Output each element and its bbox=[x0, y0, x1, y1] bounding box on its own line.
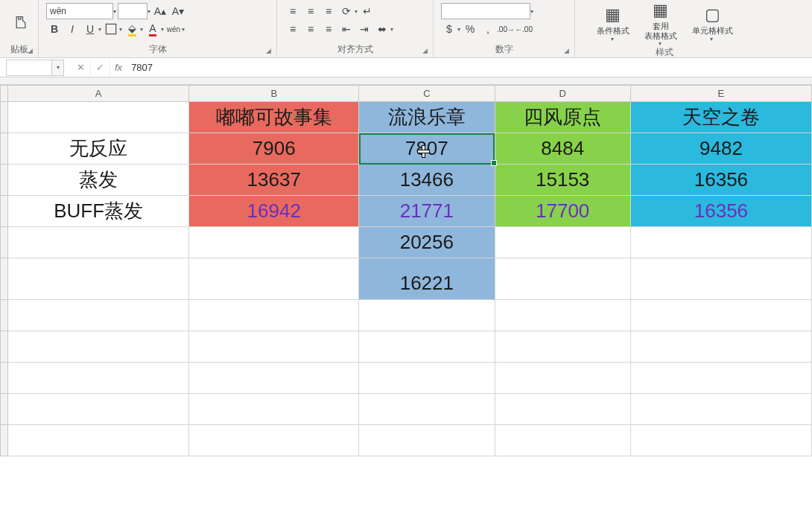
paste-button[interactable] bbox=[7, 4, 34, 41]
accounting-format-button[interactable]: $ bbox=[441, 21, 457, 37]
number-format-select[interactable] bbox=[441, 3, 530, 19]
cell[interactable] bbox=[630, 300, 811, 331]
decrease-font-button[interactable]: A▾ bbox=[170, 3, 186, 19]
font-color-button[interactable]: A bbox=[145, 21, 161, 37]
cell[interactable] bbox=[630, 425, 811, 456]
row-header[interactable] bbox=[1, 133, 8, 165]
row-header[interactable] bbox=[1, 425, 8, 456]
wrap-text-button[interactable]: ↵ bbox=[359, 3, 375, 19]
align-center-button[interactable]: ≡ bbox=[302, 21, 319, 37]
cell[interactable] bbox=[8, 363, 189, 394]
expand-icon[interactable]: ◢ bbox=[564, 47, 573, 56]
row-header[interactable] bbox=[1, 331, 8, 363]
cell[interactable]: 21771 bbox=[359, 196, 495, 227]
cell[interactable] bbox=[189, 363, 359, 394]
underline-button[interactable]: U bbox=[82, 21, 98, 37]
col-header-D[interactable]: D bbox=[495, 86, 630, 102]
font-size-input[interactable] bbox=[118, 3, 148, 19]
col-header-E[interactable]: E bbox=[630, 86, 811, 102]
chevron-down-icon[interactable]: ▾ bbox=[390, 26, 393, 33]
chevron-down-icon[interactable]: ▾ bbox=[119, 26, 122, 33]
cell[interactable]: 13466 bbox=[359, 165, 495, 196]
row-header[interactable] bbox=[1, 102, 8, 133]
select-all-corner[interactable] bbox=[1, 86, 8, 102]
cell[interactable] bbox=[359, 331, 495, 363]
cell[interactable] bbox=[630, 331, 811, 363]
name-box[interactable] bbox=[6, 60, 52, 76]
align-middle-button[interactable]: ≡ bbox=[302, 3, 319, 19]
cell[interactable] bbox=[495, 363, 630, 394]
cell[interactable]: BUFF蒸发 bbox=[8, 196, 189, 227]
comma-button[interactable]: , bbox=[480, 21, 496, 37]
cell[interactable] bbox=[359, 300, 495, 331]
conditional-format-button[interactable]: ▦ 条件格式 ▾ bbox=[591, 3, 635, 45]
cell[interactable] bbox=[359, 394, 495, 425]
cell[interactable]: 13637 bbox=[189, 165, 359, 196]
cell[interactable] bbox=[8, 394, 189, 425]
expand-icon[interactable]: ◢ bbox=[28, 47, 37, 56]
cell[interactable] bbox=[359, 363, 495, 394]
increase-indent-button[interactable]: ⇥ bbox=[356, 21, 372, 37]
cell[interactable]: 流浪乐章 bbox=[359, 102, 495, 133]
increase-decimal-button[interactable]: .00→ bbox=[498, 21, 514, 37]
row-header[interactable] bbox=[1, 300, 8, 331]
cell[interactable] bbox=[189, 425, 359, 456]
align-top-button[interactable]: ≡ bbox=[285, 3, 301, 19]
orientation-button[interactable]: ⟳ bbox=[338, 3, 355, 19]
cell[interactable] bbox=[495, 227, 630, 258]
cell[interactable] bbox=[8, 331, 189, 363]
chevron-down-icon[interactable]: ▾ bbox=[161, 26, 164, 33]
cell[interactable] bbox=[630, 394, 811, 425]
cell[interactable]: 8484 bbox=[495, 133, 630, 165]
chevron-down-icon[interactable]: ▾ bbox=[355, 8, 358, 15]
cell[interactable]: 蒸发 bbox=[8, 165, 189, 196]
cancel-button[interactable]: ✕ bbox=[72, 60, 91, 76]
cell[interactable]: 9482 bbox=[630, 133, 811, 165]
decrease-indent-button[interactable]: ⇤ bbox=[338, 21, 355, 37]
chevron-down-icon[interactable]: ▾ bbox=[113, 8, 116, 15]
col-header-A[interactable]: A bbox=[8, 86, 189, 102]
cell[interactable] bbox=[8, 227, 189, 258]
cell[interactable]: 17700 bbox=[495, 196, 630, 227]
cell[interactable] bbox=[189, 394, 359, 425]
cell[interactable] bbox=[630, 227, 811, 258]
col-header-B[interactable]: B bbox=[189, 86, 359, 102]
cell[interactable] bbox=[495, 300, 630, 331]
cell[interactable] bbox=[8, 425, 189, 456]
cell[interactable] bbox=[495, 394, 630, 425]
row-header[interactable] bbox=[1, 394, 8, 425]
fill-color-button[interactable]: ⬙ bbox=[124, 21, 140, 37]
name-box-dropdown[interactable]: ▾ bbox=[52, 60, 64, 76]
cell[interactable] bbox=[495, 331, 630, 363]
row-header[interactable] bbox=[1, 258, 8, 300]
cell[interactable]: 无反应 bbox=[8, 133, 189, 165]
expand-icon[interactable]: ◢ bbox=[422, 47, 431, 56]
row-header[interactable] bbox=[1, 196, 8, 227]
cell[interactable]: 四风原点 bbox=[495, 102, 630, 133]
increase-font-button[interactable]: A▴ bbox=[152, 3, 168, 19]
cell[interactable] bbox=[189, 300, 359, 331]
cell[interactable] bbox=[8, 258, 189, 300]
cell-selected[interactable]: 7807 bbox=[359, 133, 495, 165]
cell[interactable]: 嘟嘟可故事集 bbox=[189, 102, 359, 133]
merge-button[interactable]: ⬌ bbox=[374, 21, 390, 37]
cell[interactable]: 20256 bbox=[359, 227, 495, 258]
chevron-down-icon[interactable]: ▾ bbox=[98, 26, 101, 33]
align-left-button[interactable]: ≡ bbox=[285, 21, 301, 37]
row-header[interactable] bbox=[1, 363, 8, 394]
cell[interactable] bbox=[189, 227, 359, 258]
cell[interactable] bbox=[495, 425, 630, 456]
align-bottom-button[interactable]: ≡ bbox=[320, 3, 337, 19]
chevron-down-icon[interactable]: ▾ bbox=[530, 8, 533, 15]
cell-styles-button[interactable]: ▢ 单元格样式 ▾ bbox=[687, 3, 738, 45]
cell[interactable] bbox=[630, 258, 811, 300]
cell[interactable] bbox=[630, 363, 811, 394]
row-header[interactable] bbox=[1, 165, 8, 196]
cell[interactable]: 16221 bbox=[359, 258, 495, 300]
fx-icon[interactable]: fx bbox=[115, 62, 122, 73]
cell[interactable]: 16942 bbox=[189, 196, 359, 227]
formula-input[interactable] bbox=[127, 60, 812, 76]
italic-button[interactable]: I bbox=[64, 21, 80, 37]
phonetic-button[interactable]: wén bbox=[165, 21, 182, 37]
chevron-down-icon[interactable]: ▾ bbox=[457, 26, 460, 33]
